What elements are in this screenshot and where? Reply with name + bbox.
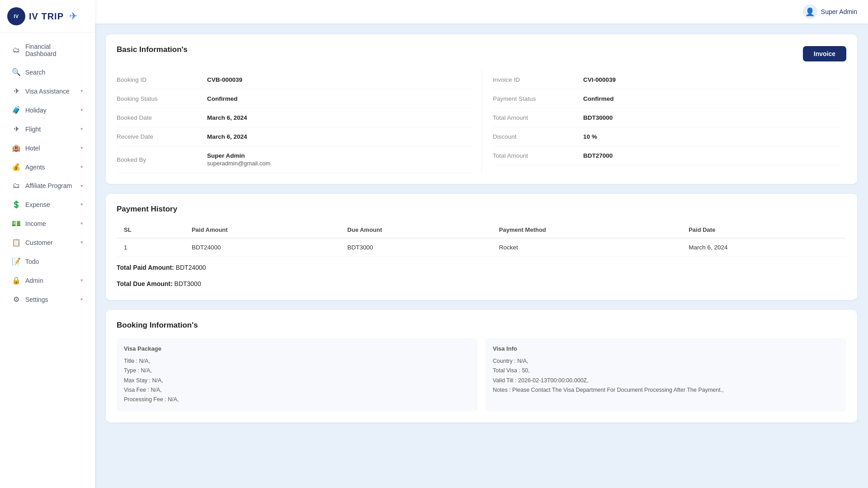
visa-package-line: Type : N/A,: [124, 366, 470, 375]
sidebar-item-financial-dashboard[interactable]: 🗂 Financial Dashboard: [4, 38, 91, 62]
sidebar-label-search: Search: [25, 69, 45, 76]
payment-table-head: SL Paid Amount Due Amount Payment Method…: [117, 222, 846, 238]
chevron-settings-icon: ▾: [80, 296, 83, 302]
sidebar-label-financial-dashboard: Financial Dashboard: [25, 43, 83, 57]
booking-id-value: CVB-000039: [207, 76, 474, 83]
total-amount-value: BDT30000: [583, 114, 839, 121]
booking-id-label: Booking ID: [117, 76, 207, 83]
user-avatar-icon: 👤: [803, 5, 817, 19]
total-due-row: Total Due Amount: BDT3000: [117, 278, 846, 289]
booked-by-value: Super Admin superadmin@gmail.com: [207, 152, 474, 167]
holiday-icon: 🧳: [12, 106, 21, 114]
basic-info-title: Basic Information's: [117, 45, 188, 54]
sidebar-label-agents: Agents: [25, 164, 45, 171]
total-amount2-value: BDT27000: [583, 152, 839, 159]
visa-info-line: Total Visa : 50,: [493, 366, 839, 375]
chevron-visa-assistance-icon: ▾: [80, 88, 83, 94]
booking-info-grid: Visa Package Title : N/A,Type : N/A,Max …: [117, 338, 846, 412]
cell-paid-amount: BDT24000: [184, 238, 340, 257]
sidebar-item-income[interactable]: 💵 Income ▾: [4, 214, 91, 233]
sidebar-item-agents[interactable]: 💰 Agents ▾: [4, 158, 91, 176]
chevron-affiliate-program-icon: ▾: [80, 183, 83, 189]
total-paid-label: Total Paid Amount:: [117, 264, 176, 271]
sidebar-item-affiliate-program[interactable]: 🗂 Affiliate Program ▾: [4, 177, 91, 195]
settings-icon: ⚙: [12, 295, 21, 304]
col-sl: SL: [117, 222, 184, 238]
sidebar-item-search[interactable]: 🔍 Search: [4, 63, 91, 81]
total-amount-label: Total Amount: [493, 114, 583, 121]
flight-icon: ✈: [12, 125, 21, 133]
agents-icon: 💰: [12, 163, 21, 171]
cell-due-amount: BDT3000: [340, 238, 491, 257]
visa-info-line: Valid Till : 2026-02-13T00:00:00.000Z,: [493, 376, 839, 385]
basic-info-card: Basic Information's Invoice Booking ID C…: [106, 34, 857, 184]
discount-label: Discount: [493, 133, 583, 140]
todo-icon: 📝: [12, 257, 21, 266]
col-payment-method: Payment Method: [492, 222, 681, 238]
receive-date-label: Receive Date: [117, 133, 207, 140]
cell-sl: 1: [117, 238, 184, 257]
visa-info-title: Visa Info: [493, 345, 839, 352]
sidebar-item-todo[interactable]: 📝 Todo: [4, 252, 91, 271]
sidebar-item-holiday[interactable]: 🧳 Holiday ▾: [4, 101, 91, 119]
chevron-flight-icon: ▾: [80, 126, 83, 132]
payment-status-value: Confirmed: [583, 95, 839, 102]
sidebar: IV IV TRIP ✈ 🗂 Financial Dashboard 🔍 Sea…: [0, 0, 95, 488]
sidebar-item-hotel[interactable]: 🏨 Hotel ▾: [4, 139, 91, 157]
payment-history-title: Payment History: [117, 205, 846, 214]
admin-icon: 🔒: [12, 276, 21, 285]
total-amount2-label: Total Amount: [493, 152, 583, 159]
sidebar-label-holiday: Holiday: [25, 107, 47, 114]
sidebar-label-income: Income: [25, 220, 46, 227]
main-content: Basic Information's Invoice Booking ID C…: [95, 23, 868, 488]
sidebar-label-expense: Expense: [25, 201, 50, 208]
sidebar-item-visa-assistance[interactable]: ✈ Visa Assistance ▾: [4, 82, 91, 100]
receive-date-value: March 6, 2024: [207, 133, 474, 140]
booked-by-label: Booked By: [117, 156, 207, 163]
chevron-customer-icon: ▾: [80, 239, 83, 245]
total-paid-value: BDT24000: [176, 264, 206, 271]
visa-package-line: Processing Fee : N/A,: [124, 395, 470, 404]
sidebar-label-customer: Customer: [25, 239, 53, 246]
income-icon: 💵: [12, 219, 21, 228]
search-icon: 🔍: [12, 68, 21, 76]
brand-name: IV TRIP: [29, 11, 64, 22]
payment-status-label: Payment Status: [493, 95, 583, 102]
chevron-agents-icon: ▾: [80, 164, 83, 170]
payment-history-card: Payment History SL Paid Amount Due Amoun…: [106, 194, 857, 300]
payment-table: SL Paid Amount Due Amount Payment Method…: [117, 222, 846, 257]
hotel-icon: 🏨: [12, 144, 21, 152]
user-info[interactable]: 👤 Super Admin: [803, 5, 857, 19]
invoice-button[interactable]: Invoice: [803, 46, 846, 61]
chevron-hotel-icon: ▾: [80, 145, 83, 151]
col-due-amount: Due Amount: [340, 222, 491, 238]
cell-paid-date: March 6, 2024: [681, 238, 846, 257]
sidebar-item-admin[interactable]: 🔒 Admin ▾: [4, 271, 91, 290]
sidebar-item-customer[interactable]: 📋 Customer ▾: [4, 233, 91, 252]
visa-assistance-icon: ✈: [12, 87, 21, 95]
booked-date-value: March 6, 2024: [207, 114, 474, 121]
visa-package-line: Title : N/A,: [124, 357, 470, 366]
total-paid-row: Total Paid Amount: BDT24000: [117, 262, 846, 273]
visa-package-line: Max Stay : N/A,: [124, 376, 470, 385]
payment-table-body: 1 BDT24000 BDT3000 Rocket March 6, 2024: [117, 238, 846, 257]
sidebar-label-todo: Todo: [25, 258, 39, 265]
visa-package-body: Title : N/A,Type : N/A,Max Stay : N/A,Vi…: [124, 357, 470, 404]
brand-logo[interactable]: IV IV TRIP ✈: [0, 0, 95, 33]
visa-info-card: Visa Info Country : N/A,Total Visa : 50,…: [486, 338, 846, 412]
sidebar-item-flight[interactable]: ✈ Flight ▾: [4, 120, 91, 138]
sidebar-item-settings[interactable]: ⚙ Settings ▾: [4, 290, 91, 309]
cell-payment-method: Rocket: [492, 238, 681, 257]
table-row: 1 BDT24000 BDT3000 Rocket March 6, 2024: [117, 238, 846, 257]
total-due-value: BDT3000: [175, 280, 201, 287]
chevron-admin-icon: ▾: [80, 277, 83, 283]
sidebar-label-visa-assistance: Visa Assistance: [25, 88, 70, 95]
invoice-id-value: CVI-000039: [583, 76, 839, 83]
chevron-expense-icon: ▾: [80, 202, 83, 207]
sidebar-item-expense[interactable]: 💲 Expense ▾: [4, 195, 91, 214]
booked-date-label: Booked Date: [117, 114, 207, 121]
visa-info-line: Country : N/A,: [493, 357, 839, 366]
expense-icon: 💲: [12, 200, 21, 209]
logo-circle: IV: [7, 7, 25, 25]
visa-package-title: Visa Package: [124, 345, 470, 352]
